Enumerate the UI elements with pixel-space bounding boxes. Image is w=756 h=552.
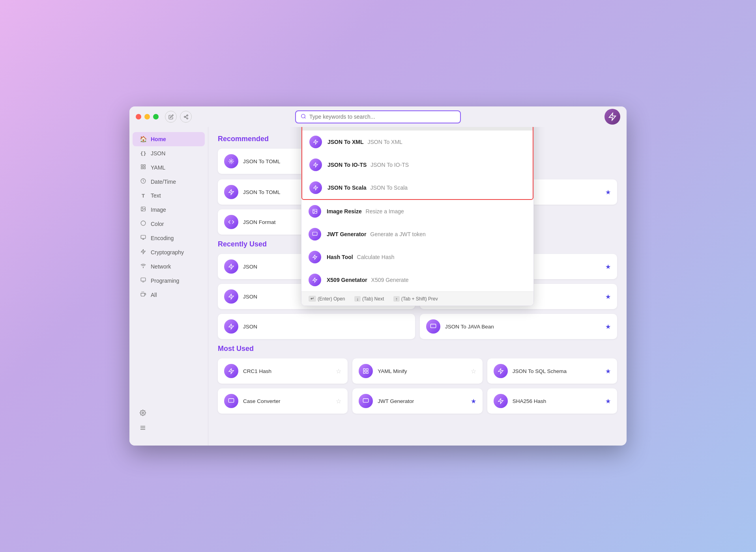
dropdown-item-name: Image Resize	[327, 208, 362, 214]
star-filled-icon[interactable]: ★	[471, 397, 476, 405]
programming-icon	[140, 277, 147, 284]
dropdown-item-json-to-scala[interactable]: JSON To Scala JSON To Scala	[302, 176, 533, 199]
svg-line-6	[305, 117, 306, 118]
dropdown-item-desc: X509 Generate	[371, 277, 409, 283]
card-icon	[224, 364, 238, 378]
home-icon: 🏠	[140, 136, 147, 143]
card-yaml-minify[interactable]: YAML Minify ☆	[352, 358, 482, 384]
svg-rect-40	[228, 399, 234, 402]
card-icon	[224, 154, 238, 168]
sidebar-item-programming[interactable]: Programing	[133, 274, 205, 287]
share-button[interactable]	[180, 111, 192, 123]
sidebar-item-yaml[interactable]: YAML	[133, 160, 205, 174]
app-logo	[604, 109, 620, 125]
card-icon	[224, 215, 238, 229]
dropdown-item-jwt-gen[interactable]: JWT Generator Generate a JWT token	[301, 223, 533, 246]
dropdown-item-name: Hash Tool	[327, 254, 353, 260]
svg-point-28	[230, 160, 232, 162]
search-icon	[301, 114, 306, 120]
svg-rect-9	[141, 167, 143, 169]
card-json-to-java[interactable]: JSON To JAVA Bean ★	[420, 314, 617, 339]
menu-button[interactable]	[133, 421, 205, 436]
app-window: 🏠 Home {} JSON YAML	[129, 106, 627, 446]
star-filled-icon[interactable]: ★	[605, 367, 611, 375]
sidebar-item-datetime[interactable]: Date/Time	[133, 175, 205, 188]
card-label: Case Converter	[243, 398, 331, 404]
dropdown-item-hash-tool[interactable]: Hash Tool Calculate Hash	[301, 246, 533, 269]
dropdown-item-text: JSON To XML JSON To XML	[327, 139, 402, 145]
search-input-wrapper	[295, 110, 461, 123]
card-json-to-sql[interactable]: JSON To SQL Schema ★	[487, 358, 617, 384]
star-empty-icon[interactable]: ☆	[336, 367, 341, 375]
card-label: JWT Generator	[378, 398, 466, 404]
card-crc1-hash[interactable]: CRC1 Hash ☆	[218, 358, 348, 384]
close-button[interactable]	[136, 114, 141, 119]
most-used-section: Most Used CRC1 Hash ☆ YAML Minify	[218, 345, 617, 414]
star-filled-icon[interactable]: ★	[605, 293, 611, 300]
sidebar-item-label: Home	[151, 136, 166, 142]
json-icon: {}	[140, 151, 147, 157]
card-case-converter[interactable]: Case Converter ☆	[218, 388, 348, 414]
search-input[interactable]	[309, 114, 455, 120]
svg-rect-10	[144, 167, 145, 169]
dropdown-item-text: Image Resize Resize a Image	[327, 208, 404, 214]
svg-rect-38	[363, 371, 365, 373]
star-filled-icon[interactable]: ★	[605, 397, 611, 405]
dropdown-item-x509[interactable]: X509 Genetator X509 Generate	[301, 269, 533, 291]
logo-area	[604, 109, 620, 125]
star-filled-icon[interactable]: ★	[605, 323, 611, 330]
maximize-button[interactable]	[153, 114, 159, 119]
dropdown-item-json-to-xml[interactable]: JSON To XML JSON To XML	[302, 131, 533, 153]
svg-rect-35	[430, 324, 436, 328]
enter-kbd: ↵	[309, 296, 316, 302]
sidebar-item-cryptography[interactable]: Cryptography	[133, 245, 205, 259]
card-icon	[359, 364, 373, 378]
card-label: JSON To JAVA Bean	[445, 324, 601, 330]
sidebar-item-home[interactable]: 🏠 Home	[133, 132, 205, 146]
dropdown-item-json-to-toml[interactable]: JSON To TOML JSON To TOML	[302, 127, 533, 131]
dropdown-item-desc: JSON To XML	[367, 139, 402, 145]
dropdown-item-image-resize[interactable]: Image Resize Resize a Image	[301, 200, 533, 223]
edit-button[interactable]	[165, 111, 177, 123]
footer-shift: ↑ (Tab + Shift) Prev	[393, 296, 438, 302]
sidebar-item-label: All	[151, 292, 157, 298]
card-icon	[224, 259, 238, 274]
sidebar-item-label: Encoding	[151, 235, 174, 241]
star-filled-icon[interactable]: ★	[605, 188, 611, 196]
footer-enter: ↵ (Enter) Open	[309, 296, 345, 302]
svg-rect-37	[367, 369, 369, 371]
settings-button[interactable]	[133, 406, 205, 421]
star-empty-icon[interactable]: ☆	[471, 367, 476, 375]
card-json-ru-3[interactable]: JSON	[218, 314, 415, 339]
sidebar-item-text[interactable]: T Text	[133, 189, 205, 202]
dropdown-item-json-to-io-ts[interactable]: JSON To IO-TS JSON To IO-TS	[302, 153, 533, 176]
sidebar-item-image[interactable]: Image	[133, 203, 205, 216]
sidebar-item-label: Color	[151, 221, 164, 227]
main-body: 🏠 Home {} JSON YAML	[129, 127, 627, 446]
svg-point-18	[143, 267, 143, 268]
card-label: YAML Minify	[378, 368, 466, 374]
card-label: JSON To SQL Schema	[513, 368, 601, 374]
star-filled-icon[interactable]: ★	[605, 263, 611, 270]
dropdown-footer: ↵ (Enter) Open ↓ (Tab) Next ↑ (Tab + Shi…	[301, 291, 533, 306]
all-icon	[140, 291, 147, 298]
sidebar-item-network[interactable]: Network	[133, 259, 205, 273]
svg-point-1	[184, 116, 185, 117]
card-label: SHA256 Hash	[513, 398, 601, 404]
minimize-button[interactable]	[144, 114, 150, 119]
sidebar-item-json[interactable]: {} JSON	[133, 147, 205, 160]
dropdown-item-name: JSON To IO-TS	[327, 162, 367, 168]
star-empty-icon[interactable]: ☆	[336, 397, 341, 405]
dropdown-item-name: JSON To XML	[327, 139, 364, 145]
sidebar-bottom	[129, 401, 208, 441]
svg-point-13	[142, 208, 143, 209]
dropdown-item-name: JWT Generator	[327, 231, 366, 237]
most-used-grid: CRC1 Hash ☆ YAML Minify ☆	[218, 358, 617, 414]
card-sha256[interactable]: SHA256 Hash ★	[487, 388, 617, 414]
card-icon	[359, 394, 373, 408]
sidebar-item-color[interactable]: Color	[133, 217, 205, 231]
sidebar-item-encoding[interactable]: Encoding	[133, 231, 205, 245]
sidebar-item-all[interactable]: All	[133, 288, 205, 302]
card-jwt-gen-mu[interactable]: JWT Generator ★	[352, 388, 482, 414]
dropdown-item-name: X509 Genetator	[327, 277, 367, 283]
